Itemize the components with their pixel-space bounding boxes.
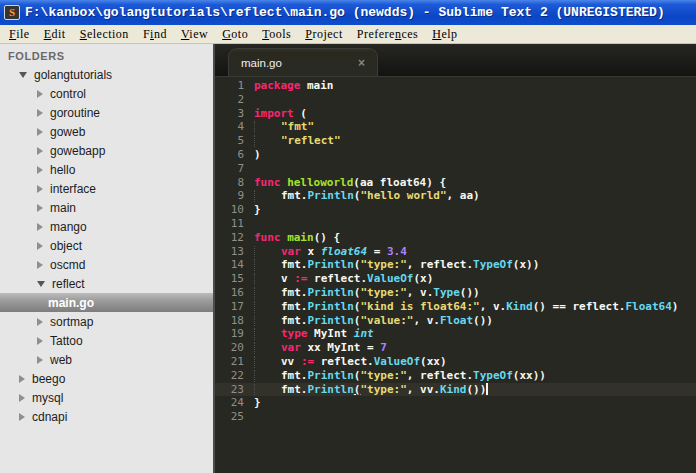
- code-area[interactable]: 1package main23import (4"fmt"5"reflect"6…: [215, 77, 696, 473]
- code-line[interactable]: 11: [215, 217, 696, 231]
- code-line[interactable]: 8func helloworld(aa float64) {: [215, 176, 696, 190]
- sidebar-item-label: main.go: [48, 296, 94, 310]
- sidebar-item-beego[interactable]: beego: [0, 369, 213, 388]
- disclosure-collapsed-icon[interactable]: [37, 318, 43, 326]
- code-line[interactable]: 1package main: [215, 79, 696, 93]
- disclosure-collapsed-icon[interactable]: [19, 413, 25, 421]
- code-line[interactable]: 2: [215, 93, 696, 107]
- sidebar-item-golangtutorials[interactable]: golangtutorials: [0, 65, 213, 84]
- menu-item-tools[interactable]: Tools: [255, 26, 298, 43]
- gutter-gap: [244, 327, 254, 341]
- sidebar-item-oscmd[interactable]: oscmd: [0, 255, 213, 274]
- code-line[interactable]: 24}: [215, 396, 696, 410]
- menu-item-file[interactable]: File: [2, 26, 37, 43]
- sidebar-item-control[interactable]: control: [0, 84, 213, 103]
- sidebar-item-label: goweb: [50, 125, 85, 139]
- menu-item-edit[interactable]: Edit: [37, 26, 73, 43]
- app-icon[interactable]: S: [4, 5, 20, 20]
- menu-item-view[interactable]: View: [174, 26, 215, 43]
- disclosure-collapsed-icon[interactable]: [19, 394, 25, 402]
- code-token: "type:": [360, 258, 406, 272]
- disclosure-collapsed-icon[interactable]: [37, 166, 43, 174]
- code-line[interactable]: 18fmt.Println("value:", v.Float()): [215, 314, 696, 328]
- code-line[interactable]: 4"fmt": [215, 120, 696, 134]
- sidebar-item-label: oscmd: [50, 258, 85, 272]
- code-line[interactable]: 6): [215, 148, 696, 162]
- line-number: 2: [215, 93, 244, 107]
- code-token: int: [354, 327, 374, 341]
- code-line[interactable]: 15v := reflect.ValueOf(x): [215, 272, 696, 286]
- sidebar-item-reflect[interactable]: reflect: [0, 274, 213, 293]
- sidebar-item-tattoo[interactable]: Tattoo: [0, 331, 213, 350]
- editor-pane: main.go × 1package main23import (4"fmt"5…: [215, 44, 696, 473]
- sidebar-item-sortmap[interactable]: sortmap: [0, 312, 213, 331]
- gutter-gap: [244, 355, 254, 369]
- disclosure-collapsed-icon[interactable]: [37, 109, 43, 117]
- menu-item-goto[interactable]: Goto: [215, 26, 255, 43]
- disclosure-collapsed-icon[interactable]: [37, 223, 43, 231]
- disclosure-collapsed-icon[interactable]: [37, 147, 43, 155]
- code-token: (: [354, 286, 361, 300]
- disclosure-expanded-icon[interactable]: [19, 72, 27, 78]
- gutter-gap: [244, 369, 254, 383]
- code-token: main: [287, 231, 314, 245]
- disclosure-collapsed-icon[interactable]: [37, 356, 43, 364]
- code-line[interactable]: 20var xx MyInt = 7: [215, 341, 696, 355]
- code-line[interactable]: 9fmt.Println("hello world", aa): [215, 189, 696, 203]
- sidebar-item-web[interactable]: web: [0, 350, 213, 369]
- sidebar-item-gowebapp[interactable]: gowebapp: [0, 141, 213, 160]
- menu-item-selection[interactable]: Selection: [73, 26, 136, 43]
- menu-item-preferences[interactable]: Preferences: [350, 26, 425, 43]
- disclosure-collapsed-icon[interactable]: [37, 90, 43, 98]
- code-line[interactable]: 7: [215, 162, 696, 176]
- code-token: x: [301, 245, 321, 259]
- sidebar-item-main[interactable]: main: [0, 198, 213, 217]
- code-line[interactable]: 13var x float64 = 3.4: [215, 245, 696, 259]
- title-bar[interactable]: S F:\kanbox\golangtutorials\reflect\main…: [0, 0, 696, 25]
- menu-item-help[interactable]: Help: [425, 26, 464, 43]
- disclosure-collapsed-icon[interactable]: [37, 185, 43, 193]
- sidebar-item-mysql[interactable]: mysql: [0, 388, 213, 407]
- code-line[interactable]: 16fmt.Println("type:", v.Type()): [215, 286, 696, 300]
- code-token: var: [281, 341, 301, 355]
- code-token: :=: [294, 272, 307, 286]
- gutter-gap: [244, 189, 254, 203]
- sidebar-item-goweb[interactable]: goweb: [0, 122, 213, 141]
- line-number: 8: [215, 176, 244, 190]
- code-line[interactable]: 25: [215, 410, 696, 424]
- disclosure-collapsed-icon[interactable]: [37, 204, 43, 212]
- disclosure-collapsed-icon[interactable]: [19, 375, 25, 383]
- disclosure-expanded-icon[interactable]: [37, 281, 45, 287]
- tab-close-icon[interactable]: ×: [358, 56, 365, 70]
- code-line[interactable]: 21vv := reflect.ValueOf(xx): [215, 355, 696, 369]
- sidebar-item-interface[interactable]: interface: [0, 179, 213, 198]
- code-line[interactable]: 22fmt.Println("type:", reflect.TypeOf(xx…: [215, 369, 696, 383]
- tab-main-go[interactable]: main.go ×: [228, 48, 378, 76]
- sidebar-item-mango[interactable]: mango: [0, 217, 213, 236]
- code-line[interactable]: 17fmt.Println("kind is float64:", v.Kind…: [215, 300, 696, 314]
- code-line[interactable]: 23fmt.Println("type:", vv.Kind()): [215, 383, 696, 397]
- sidebar-item-goroutine[interactable]: goroutine: [0, 103, 213, 122]
- code-line[interactable]: 5"reflect": [215, 134, 696, 148]
- line-number: 13: [215, 245, 244, 259]
- disclosure-collapsed-icon[interactable]: [37, 261, 43, 269]
- text-cursor: [486, 383, 488, 395]
- menu-item-project[interactable]: Project: [298, 26, 350, 43]
- sidebar-item-label: hello: [50, 163, 75, 177]
- code-line[interactable]: 3import (: [215, 107, 696, 121]
- menu-item-find[interactable]: Find: [136, 26, 174, 43]
- disclosure-collapsed-icon[interactable]: [37, 128, 43, 136]
- code-token: ): [254, 148, 261, 162]
- disclosure-collapsed-icon[interactable]: [37, 242, 43, 250]
- code-line[interactable]: 19type MyInt int: [215, 327, 696, 341]
- code-line[interactable]: 14fmt.Println("type:", reflect.TypeOf(x)…: [215, 258, 696, 272]
- code-line[interactable]: 12func main() {: [215, 231, 696, 245]
- sidebar-item-object[interactable]: object: [0, 236, 213, 255]
- sidebar-item-main-go[interactable]: main.go: [0, 293, 213, 312]
- disclosure-collapsed-icon[interactable]: [37, 337, 43, 345]
- sidebar-item-hello[interactable]: hello: [0, 160, 213, 179]
- code-token: Float64: [625, 300, 671, 314]
- sidebar-item-cdnapi[interactable]: cdnapi: [0, 407, 213, 426]
- code-line[interactable]: 10}: [215, 203, 696, 217]
- line-number: 12: [215, 231, 244, 245]
